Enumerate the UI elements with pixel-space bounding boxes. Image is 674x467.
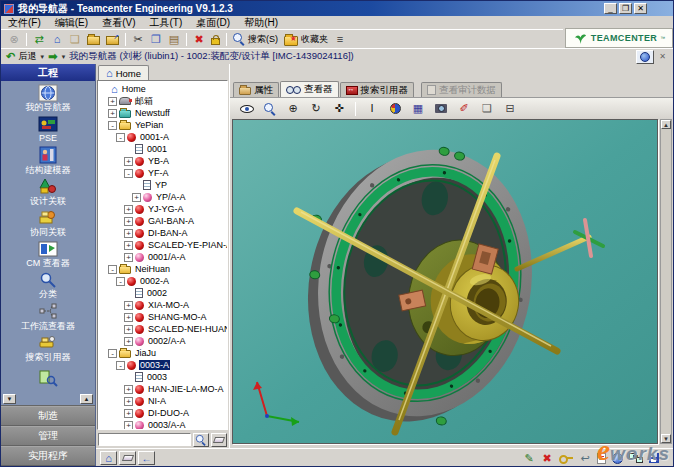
forward-icon[interactable]: ➡	[48, 50, 57, 63]
menu-help[interactable]: 帮助(H)	[237, 16, 285, 30]
new-item-button[interactable]: ❏	[66, 31, 84, 48]
viewport-scrollbar[interactable]: ▲ ▼	[660, 119, 672, 444]
expand-icon[interactable]: +	[108, 97, 117, 106]
delete-x-button[interactable]: ✖	[541, 453, 553, 464]
expand-icon[interactable]: +	[132, 193, 141, 202]
lock-button[interactable]	[208, 31, 223, 48]
delete-button[interactable]: ✖	[190, 31, 208, 48]
expand-icon[interactable]: +	[124, 313, 133, 322]
sidebar-item-classification[interactable]: 分类	[1, 269, 95, 300]
tree-node-0002-a-a[interactable]: +0002/A-A	[98, 335, 227, 347]
tree-clear-button[interactable]	[211, 433, 227, 447]
web-globe-button[interactable]	[612, 453, 623, 464]
tree-node-label[interactable]: DI-DUO-A	[147, 408, 190, 418]
scroll-down-arrow[interactable]: ▼	[661, 434, 671, 443]
expand-icon[interactable]: +	[124, 253, 133, 262]
tree-node-shang-mo-a[interactable]: +SHANG-MO-A	[98, 311, 227, 323]
mini-home-button[interactable]: ⌂	[100, 451, 117, 465]
menu-edit[interactable]: 编辑(E)	[48, 16, 95, 30]
close-button[interactable]: ✕	[634, 3, 647, 14]
restore-button[interactable]: ❐	[619, 3, 632, 14]
edit-pencil-button[interactable]: ✎	[523, 453, 535, 464]
markup-button[interactable]: ✐	[457, 100, 471, 118]
tree-node-label[interactable]: YP/A-A	[155, 192, 187, 202]
tree-node-label[interactable]: 0002-A	[139, 276, 170, 286]
tree-node-label[interactable]: 0001/A-A	[147, 252, 187, 262]
tree-node-newstuff[interactable]: +Newstuff	[98, 107, 227, 119]
tree-node-0003[interactable]: 0003	[98, 371, 227, 383]
tree-node-label[interactable]: 邮箱	[134, 95, 154, 108]
tree-node-0001[interactable]: 0001	[98, 143, 227, 155]
tree-node-yp[interactable]: YP	[98, 179, 227, 191]
paste-button[interactable]: ▤	[165, 31, 183, 48]
tree-node-label[interactable]: SCALED-NEI-HUAN-A	[147, 324, 228, 334]
expand-icon[interactable]: +	[124, 217, 133, 226]
group-manufacturing-button[interactable]: 制造	[1, 406, 95, 426]
tree-node-label[interactable]: 0002	[146, 288, 168, 298]
group-utilities-button[interactable]: 实用程序	[1, 446, 95, 466]
tree-node-label[interactable]: 0002/A-A	[147, 336, 187, 346]
minimize-button[interactable]: _	[604, 3, 617, 14]
refresh-button[interactable]: ⇄	[30, 31, 48, 48]
tree-node-0002[interactable]: 0002	[98, 287, 227, 299]
tree-node-label[interactable]: YP	[154, 180, 168, 190]
tree-node-label[interactable]: SCALED-YE-PIAN-A	[147, 240, 228, 250]
tree-node-ni-a[interactable]: +NI-A	[98, 395, 227, 407]
expand-icon[interactable]: +	[124, 205, 133, 214]
collapse-icon[interactable]: -	[108, 349, 117, 358]
tab-properties[interactable]: 属性	[233, 82, 279, 97]
back-dropdown-icon[interactable]: ▼	[39, 54, 45, 60]
key-button[interactable]	[559, 454, 573, 463]
tree-node-di-duo-a[interactable]: +DI-DUO-A	[98, 407, 227, 419]
folder-properties-button[interactable]	[103, 31, 122, 48]
menu-file[interactable]: 文件(F)	[1, 16, 48, 30]
tree-node-yb-a[interactable]: +YB-A	[98, 155, 227, 167]
sidebar-item-cm-viewer[interactable]: CM 查看器	[1, 238, 95, 269]
forward-dropdown-icon[interactable]: ▼	[60, 54, 66, 60]
collapse-icon[interactable]: -	[116, 277, 125, 286]
tree-node-yj-yg-a[interactable]: +YJ-YG-A	[98, 203, 227, 215]
expand-icon[interactable]: +	[124, 229, 133, 238]
tree-node-scaled-nei-huan-a[interactable]: +SCALED-NEI-HUAN-A	[98, 323, 227, 335]
select-button[interactable]: I	[365, 100, 379, 118]
tree-node-label[interactable]: 0001-A	[139, 132, 170, 142]
tree-node-label[interactable]: Home	[121, 84, 147, 94]
mini-clear-button[interactable]	[119, 451, 136, 465]
save-disk-button[interactable]	[649, 453, 659, 463]
tree-node-label[interactable]: NeiHuan	[134, 264, 171, 274]
undo-hook-button[interactable]: ↩	[579, 453, 591, 464]
scroll-up-arrow[interactable]: ▲	[661, 120, 671, 129]
tree-node-0003-a-a[interactable]: +0003/A-A	[98, 419, 227, 430]
grid-button[interactable]: ▦	[411, 100, 425, 118]
favorites-button[interactable]: 收藏夹	[281, 31, 331, 48]
tree-node-label[interactable]: YF-A	[147, 168, 170, 178]
expand-icon[interactable]: +	[124, 325, 133, 334]
sidebar-item-navigator[interactable]: 我的导航器	[1, 82, 95, 113]
mini-back-button[interactable]: ←	[138, 451, 155, 465]
tree-node-邮箱[interactable]: +邮箱	[98, 95, 227, 107]
tree-node-scaled-ye-pian-a[interactable]: +SCALED-YE-PIAN-A	[98, 239, 227, 251]
menu-desktop[interactable]: 桌面(D)	[189, 16, 237, 30]
collapse-icon[interactable]: -	[108, 265, 117, 274]
expand-icon[interactable]: +	[124, 409, 133, 418]
sidebar-item-structure-modeler[interactable]: 结构建模器	[1, 144, 95, 175]
snapshot-button[interactable]	[434, 100, 448, 118]
expand-icon[interactable]: +	[124, 241, 133, 250]
tree-node-label[interactable]: JiaJu	[134, 348, 157, 358]
group-administration-button[interactable]: 管理	[1, 426, 95, 446]
home-button[interactable]: ⌂	[48, 31, 66, 48]
tree-node-label[interactable]: YePian	[134, 120, 164, 130]
sidebar-item-referencers[interactable]: 搜索引用器	[1, 332, 95, 363]
expand-icon[interactable]: +	[108, 109, 117, 118]
tab-home[interactable]: ⌂ Home	[98, 65, 149, 80]
network-button[interactable]	[629, 453, 643, 463]
open-folder-button[interactable]	[84, 31, 103, 48]
tree-search-button[interactable]	[193, 433, 209, 447]
tree-node-label[interactable]: Newstuff	[134, 108, 171, 118]
tree-node-yp-a-a[interactable]: +YP/A-A	[98, 191, 227, 203]
tree-node-label[interactable]: HAN-JIE-LA-MO-A	[147, 384, 225, 394]
3d-viewport[interactable]	[232, 119, 658, 444]
menu-view[interactable]: 查看(V)	[95, 16, 142, 30]
note-button[interactable]	[597, 453, 606, 464]
tree-node-label[interactable]: NI-A	[147, 396, 167, 406]
